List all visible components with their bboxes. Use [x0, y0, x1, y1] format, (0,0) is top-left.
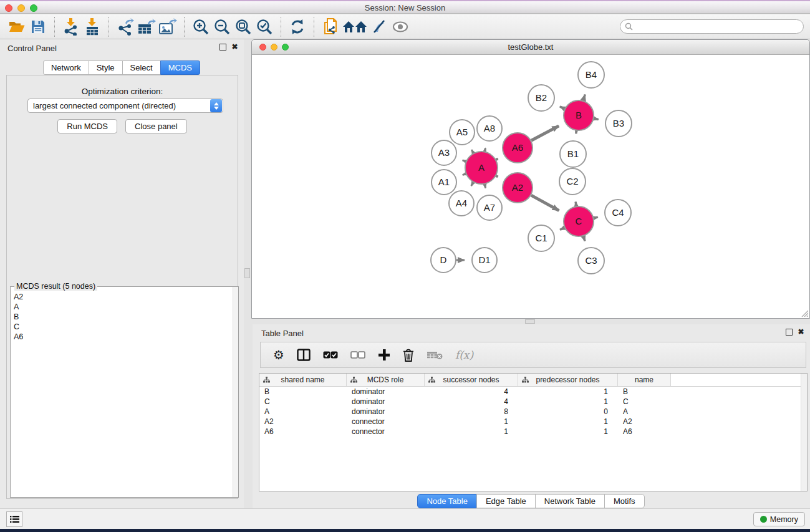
table-close-panel-icon[interactable]: ✖ — [797, 328, 805, 336]
column-header-shared-name[interactable]: shared name — [259, 374, 347, 386]
table-row[interactable]: A6connector11A6 — [259, 427, 807, 437]
close-panel-button[interactable]: Close panel — [125, 119, 187, 133]
graph-node-C2[interactable]: C2 — [559, 168, 586, 195]
graph-node-B1[interactable]: B1 — [560, 141, 586, 167]
graph-node-A3[interactable]: A3 — [432, 140, 456, 165]
graph-node-A7[interactable]: A7 — [477, 195, 502, 220]
graph-edge-A-A2 — [496, 176, 498, 177]
function-builder-icon[interactable]: f(x) — [455, 349, 473, 361]
mcds-result-item[interactable]: A — [11, 302, 232, 312]
graph-node-C3[interactable]: C3 — [578, 248, 604, 274]
svg-text:B4: B4 — [586, 69, 597, 80]
table-row[interactable]: Cdominator41C — [259, 397, 807, 407]
graph-node-A[interactable]: A — [465, 152, 498, 184]
table-row[interactable]: Bdominator41B — [259, 387, 807, 397]
table-row[interactable]: Adominator80A — [259, 407, 807, 417]
table-settings-gear-icon[interactable]: ⚙ — [273, 347, 284, 363]
network-canvas[interactable]: B4B2BB3A5A8A6A3B1AA1C2A2A4A7C4CC1C3DD1 — [252, 55, 809, 318]
close-panel-icon[interactable]: ✖ — [231, 43, 239, 51]
export-image-icon[interactable] — [157, 16, 178, 37]
tab-motifs[interactable]: Motifs — [604, 494, 645, 508]
import-network-icon[interactable] — [60, 16, 82, 37]
mcds-result-item[interactable]: A6 — [11, 332, 232, 342]
svg-text:D1: D1 — [478, 254, 490, 265]
import-table-icon[interactable] — [82, 16, 103, 37]
graph-node-D[interactable]: D — [431, 248, 456, 273]
search-input[interactable] — [635, 21, 803, 32]
tab-edge-table[interactable]: Edge Table — [476, 494, 536, 508]
table-scrollbar[interactable] — [801, 374, 807, 491]
graph-node-B[interactable]: B — [564, 100, 594, 130]
cell-name: A — [618, 407, 671, 416]
show-columns-icon[interactable] — [297, 347, 311, 363]
cell-shared-name: B — [259, 387, 347, 396]
save-session-icon[interactable] — [27, 16, 49, 37]
tab-network[interactable]: Network — [43, 60, 89, 75]
memory-button[interactable]: Memory — [753, 512, 805, 526]
graph-node-A4[interactable]: A4 — [449, 191, 474, 216]
vertical-splitter-handle[interactable] — [244, 268, 250, 278]
zoom-selected-icon[interactable] — [254, 16, 275, 37]
open-file-icon[interactable] — [6, 16, 27, 37]
svg-text:C1: C1 — [535, 233, 547, 243]
mcds-result-item[interactable]: A2 — [11, 292, 232, 302]
mcds-result-item[interactable]: B — [11, 312, 232, 322]
cell-MCDS-role: dominator — [347, 397, 425, 406]
home-icon[interactable] — [341, 16, 369, 37]
graph-node-C1[interactable]: C1 — [528, 225, 554, 251]
float-panel-icon[interactable] — [219, 44, 226, 51]
tab-network-table[interactable]: Network Table — [535, 494, 605, 508]
tab-select[interactable]: Select — [122, 60, 161, 75]
horizontal-splitter-handle[interactable] — [525, 319, 535, 324]
graph-node-C[interactable]: C — [564, 206, 594, 236]
tab-style[interactable]: Style — [89, 60, 123, 75]
select-all-checkboxes-icon[interactable] — [323, 347, 338, 363]
graph-node-A8[interactable]: A8 — [477, 116, 502, 141]
deselect-all-checkboxes-icon[interactable] — [350, 347, 365, 363]
show-task-history-button[interactable] — [6, 511, 22, 527]
graph-node-A6[interactable]: A6 — [503, 133, 533, 163]
export-network-icon[interactable] — [115, 16, 136, 37]
tab-mcds[interactable]: MCDS — [160, 60, 200, 75]
delete-trash-icon[interactable] — [403, 347, 414, 363]
column-header-predecessor-nodes[interactable]: predecessor nodes — [518, 374, 618, 386]
column-header-MCDS-role[interactable]: MCDS role — [347, 374, 425, 386]
new-network-from-selection-icon[interactable] — [320, 16, 341, 37]
show-hide-view-eye-icon[interactable] — [390, 16, 411, 37]
tab-node-table[interactable]: Node Table — [417, 494, 477, 508]
graph-node-A1[interactable]: A1 — [432, 170, 456, 195]
delete-table-icon[interactable] — [427, 347, 443, 363]
cell-name: C — [618, 397, 671, 406]
table-row[interactable]: A2connector11A2 — [259, 417, 807, 427]
graph-node-B2[interactable]: B2 — [528, 85, 554, 111]
hide-graphics-details-icon[interactable] — [369, 16, 390, 37]
node-table: shared nameMCDS rolesuccessor nodesprede… — [259, 373, 808, 491]
export-table-icon[interactable] — [136, 16, 157, 37]
dropdown-stepper-icon[interactable] — [210, 99, 222, 112]
mcds-result-item[interactable]: C — [11, 322, 232, 332]
graph-node-C4[interactable]: C4 — [605, 200, 631, 226]
graph-node-B3[interactable]: B3 — [605, 110, 632, 137]
zoom-out-icon[interactable] — [211, 16, 233, 37]
svg-text:B1: B1 — [567, 148, 579, 159]
graph-node-D1[interactable]: D1 — [472, 248, 497, 273]
column-type-icon — [428, 377, 435, 384]
add-column-plus-icon[interactable] — [378, 347, 390, 363]
graph-node-A5[interactable]: A5 — [450, 120, 475, 145]
optimization-criterion-dropdown[interactable]: largest connected component (directed) — [27, 99, 223, 113]
run-mcds-button[interactable]: Run MCDS — [57, 119, 117, 133]
table-float-panel-icon[interactable] — [786, 329, 793, 336]
network-window-titlebar[interactable]: testGlobe.txt — [252, 40, 809, 55]
column-header-name[interactable]: name — [618, 374, 671, 386]
table-toolbar: ⚙ f(x) — [260, 342, 806, 368]
resize-grip-icon[interactable] — [799, 308, 808, 317]
graph-node-A2[interactable]: A2 — [503, 173, 533, 203]
zoom-in-icon[interactable] — [190, 16, 211, 37]
refresh-icon[interactable] — [287, 16, 308, 37]
graph-node-B4[interactable]: B4 — [578, 62, 604, 88]
zoom-fit-icon[interactable] — [233, 16, 254, 37]
column-header-successor-nodes[interactable]: successor nodes — [425, 374, 518, 386]
svg-text:A1: A1 — [438, 177, 450, 187]
mcds-list-scrollbar[interactable] — [233, 287, 238, 497]
cell-shared-name: A — [259, 407, 347, 416]
